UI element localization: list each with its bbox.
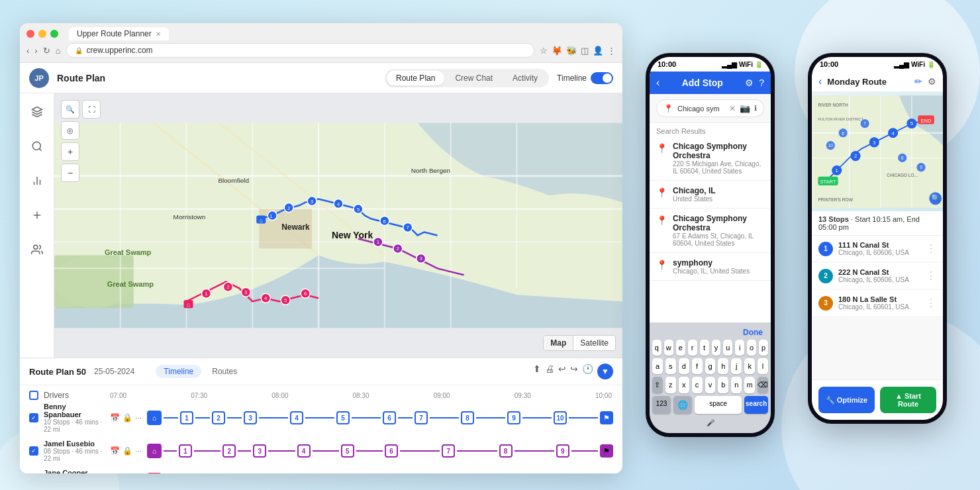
key-delete[interactable]: ⌫ xyxy=(758,377,768,393)
sidebar-icon-map[interactable] xyxy=(25,134,49,158)
driver-checkbox-benny[interactable]: ✓ xyxy=(29,413,38,422)
stop-7-benny[interactable]: 7 xyxy=(415,411,428,424)
key-p[interactable]: p xyxy=(759,340,768,356)
print-icon[interactable]: 🖨 xyxy=(545,364,554,379)
stop-8-benny[interactable]: 8 xyxy=(461,411,474,424)
window-icon[interactable]: ◫ xyxy=(581,46,589,56)
stop-3-benny[interactable]: 3 xyxy=(244,411,257,424)
history-icon[interactable]: 🕐 xyxy=(582,364,593,379)
menu-icon[interactable]: ⋮ xyxy=(607,46,616,56)
add-stop-settings-icon[interactable]: ⚙ xyxy=(745,77,754,88)
stop-1-benny[interactable]: 1 xyxy=(180,411,193,424)
start-route-button[interactable]: ▲ Start Route xyxy=(880,387,936,413)
more-icon-benny[interactable]: ··· xyxy=(135,413,142,422)
map-btn[interactable]: Map xyxy=(544,336,573,350)
key-t[interactable]: t xyxy=(700,340,709,356)
stop-list-item-3[interactable]: 3 180 N La Salle St Chicago, IL 60601, U… xyxy=(812,290,943,316)
drivers-checkbox[interactable] xyxy=(29,391,38,400)
undo-icon[interactable]: ↩ xyxy=(558,364,566,379)
key-b[interactable]: b xyxy=(718,377,728,393)
browser-tab-active[interactable]: Upper Route Planner ✕ xyxy=(69,27,169,40)
mic-icon[interactable]: 🎤 xyxy=(707,419,714,426)
key-s[interactable]: s xyxy=(665,358,676,374)
extension-icon[interactable]: 🐝 xyxy=(566,46,577,56)
driver-checkbox-jamel[interactable]: ✓ xyxy=(29,446,38,456)
key-n[interactable]: n xyxy=(731,377,742,393)
stop-9-benny[interactable]: 9 xyxy=(507,411,520,424)
key-q[interactable]: q xyxy=(652,340,662,356)
stop-list-item-1[interactable]: 1 111 N Canal St Chicago, IL 60606, USA … xyxy=(812,236,943,262)
key-c[interactable]: c xyxy=(692,377,703,393)
stop-menu-2[interactable]: ⋮ xyxy=(926,270,936,282)
calendar-icon-benny[interactable]: 📅 xyxy=(110,413,120,422)
phone1-search-field[interactable]: 📍 Chicago sym ✕ 📷 ℹ xyxy=(656,99,764,117)
browser-dot-minimize[interactable] xyxy=(38,30,46,38)
phone1-back-btn[interactable]: ‹ xyxy=(656,77,660,89)
browser-tab-close[interactable]: ✕ xyxy=(156,30,161,38)
monday-back-btn[interactable]: ‹ xyxy=(818,75,822,87)
optimize-button[interactable]: 🔧 Optimize xyxy=(818,387,875,413)
key-f[interactable]: f xyxy=(692,358,703,374)
lock-icon-benny[interactable]: 🔒 xyxy=(122,413,132,422)
redo-icon[interactable]: ↪ xyxy=(570,364,578,379)
stop-3-jamel[interactable]: 3 xyxy=(253,444,266,458)
stop-5-jamel[interactable]: 5 xyxy=(341,444,354,458)
person-icon[interactable]: 👤 xyxy=(593,46,603,56)
key-o[interactable]: o xyxy=(747,340,756,356)
sidebar-icon-chart[interactable] xyxy=(25,169,49,193)
stop-10-benny[interactable]: 10 xyxy=(554,411,567,424)
keyboard-done-btn[interactable]: Done xyxy=(652,326,768,340)
search-result-4[interactable]: 📍 symphony Chicago, IL, United States xyxy=(650,253,771,281)
browser-dot-maximize[interactable] xyxy=(50,30,58,38)
search-result-1[interactable]: 📍 Chicago Symphony Orchestra 220 S Michi… xyxy=(650,136,771,181)
tab-route-plan[interactable]: Route Plan xyxy=(387,71,444,85)
key-x[interactable]: x xyxy=(679,377,689,393)
key-123[interactable]: 123 xyxy=(652,396,671,414)
stop-1-jamel[interactable]: 1 xyxy=(179,444,192,458)
stop-2-benny[interactable]: 2 xyxy=(212,411,225,424)
forward-button[interactable]: › xyxy=(34,46,37,56)
key-z[interactable]: z xyxy=(665,377,676,393)
key-v[interactable]: v xyxy=(705,377,716,393)
stop-4-benny[interactable]: 4 xyxy=(290,411,303,424)
map-zoom-btn[interactable]: 🔍 xyxy=(61,100,79,119)
expand-btn[interactable]: ▼ xyxy=(597,364,613,379)
stop-menu-1[interactable]: ⋮ xyxy=(926,242,936,255)
stop-6-benny[interactable]: 6 xyxy=(383,411,396,424)
back-button[interactable]: ‹ xyxy=(26,46,29,56)
monday-edit-icon[interactable]: ✏ xyxy=(914,76,922,87)
tab-crew-chat[interactable]: Crew Chat xyxy=(446,71,502,85)
export-icon[interactable]: ⬆ xyxy=(533,364,541,379)
stop-menu-3[interactable]: ⋮ xyxy=(926,297,936,309)
key-g[interactable]: g xyxy=(705,358,716,374)
key-u[interactable]: u xyxy=(723,340,732,356)
tab-activity[interactable]: Activity xyxy=(503,71,547,85)
add-stop-help-icon[interactable]: ? xyxy=(759,77,764,88)
more-icon-jamel[interactable]: ··· xyxy=(135,446,142,456)
stop-8-jamel[interactable]: 8 xyxy=(499,444,513,458)
url-bar[interactable]: 🔒 crew.upperinc.com xyxy=(66,43,534,58)
bottom-tab-timeline[interactable]: Timeline xyxy=(156,365,201,378)
key-j[interactable]: j xyxy=(731,358,742,374)
profile-icon[interactable]: 🦊 xyxy=(552,46,562,56)
key-k[interactable]: k xyxy=(744,358,755,374)
key-globe[interactable]: 🌐 xyxy=(673,396,692,414)
map-fullscreen-btn[interactable]: ⛶ xyxy=(82,100,101,119)
key-a[interactable]: a xyxy=(652,358,663,374)
reload-button[interactable]: ↻ xyxy=(43,46,50,56)
key-h[interactable]: h xyxy=(718,358,728,374)
monday-settings-icon[interactable]: ⚙ xyxy=(928,76,936,87)
map-zoom-in[interactable]: + xyxy=(61,142,79,161)
key-w[interactable]: w xyxy=(664,340,673,356)
key-y[interactable]: y xyxy=(712,340,721,356)
stop-7-jamel[interactable]: 7 xyxy=(442,444,455,458)
key-r[interactable]: r xyxy=(688,340,697,356)
key-space[interactable]: space xyxy=(695,396,742,414)
phone1-clear-btn[interactable]: ✕ xyxy=(729,104,736,113)
sidebar-icon-people[interactable] xyxy=(25,238,49,262)
home-button[interactable]: ⌂ xyxy=(56,46,61,56)
browser-dot-close[interactable] xyxy=(26,30,34,38)
key-l[interactable]: l xyxy=(758,358,768,374)
map-zoom-out[interactable]: − xyxy=(61,164,79,182)
stop-5-benny[interactable]: 5 xyxy=(336,411,350,424)
